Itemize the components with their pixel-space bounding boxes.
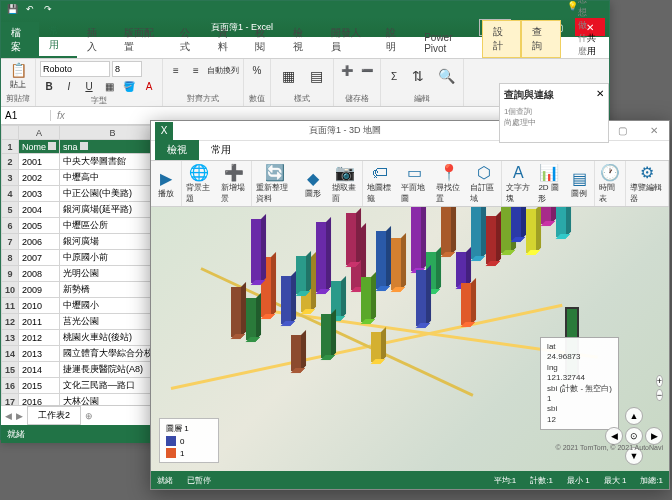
row-header[interactable]: 12 — [2, 314, 19, 330]
row-header[interactable]: 5 — [2, 202, 19, 218]
number-format-icon[interactable]: % — [248, 61, 266, 79]
cell[interactable]: 2012 — [19, 330, 60, 346]
wrap-text-button[interactable]: 自動換列 — [207, 61, 239, 79]
add-sheet-icon[interactable]: ⊕ — [85, 411, 93, 421]
fill-color-icon[interactable]: 🪣 — [120, 77, 138, 95]
cell[interactable]: 2006 — [19, 234, 60, 250]
maximize-icon[interactable]: ▢ — [607, 122, 637, 140]
row-header[interactable]: 6 — [2, 218, 19, 234]
find-button[interactable]: 🔍 — [433, 61, 459, 91]
table-header-cell[interactable]: Nome — [19, 140, 60, 154]
2d-chart-button[interactable]: 📊2D 圖形 — [534, 161, 564, 206]
add-scene-button[interactable]: ➕新增場景 — [217, 161, 252, 206]
row-header[interactable]: 3 — [2, 170, 19, 186]
align-left-icon[interactable]: ≡ — [167, 61, 185, 79]
find-location-button[interactable]: 📍尋找位置 — [432, 161, 467, 206]
row-header[interactable]: 15 — [2, 362, 19, 378]
underline-icon[interactable]: U — [80, 77, 98, 95]
legend-button[interactable]: ▤圖例 — [564, 167, 594, 201]
tab-dev[interactable]: 開發人員 — [321, 22, 377, 58]
col-header[interactable]: A — [19, 126, 60, 140]
tab-query[interactable]: 查詢 — [521, 20, 561, 58]
theme-button[interactable]: 🌐背景主題 — [182, 161, 217, 206]
row-header[interactable]: 7 — [2, 234, 19, 250]
close-icon[interactable]: ✕ — [639, 122, 669, 140]
zoom-out-button[interactable]: − — [656, 389, 663, 401]
cell[interactable]: 2010 — [19, 298, 60, 314]
map-legend[interactable]: 圖層 1 0 1 — [159, 418, 219, 463]
cond-format-button[interactable]: ▦ — [275, 61, 301, 91]
save-icon[interactable]: 💾 — [5, 2, 19, 16]
fx-icon[interactable]: fx — [51, 110, 71, 121]
custom-region-button[interactable]: ⬡自訂區域 — [466, 161, 501, 206]
text-box-button[interactable]: A文字方塊 — [502, 162, 534, 206]
cell[interactable]: 2013 — [19, 346, 60, 362]
cell[interactable]: 2011 — [19, 314, 60, 330]
table-format-button[interactable]: ▤ — [303, 61, 329, 91]
cell[interactable]: 2003 — [19, 186, 60, 202]
font-name-select[interactable] — [40, 61, 110, 77]
map-labels-button[interactable]: 🏷地圖標籤 — [363, 162, 398, 206]
row-header[interactable]: 17 — [2, 394, 19, 406]
border-icon[interactable]: ▦ — [100, 77, 118, 95]
rotate-left-button[interactable]: ◀ — [605, 427, 623, 445]
3d-map-canvas[interactable]: lat 24.96873 lng 121.32744 sbi (計數 - 無空白… — [151, 207, 669, 471]
shapes-button[interactable]: ◆圖形 — [298, 167, 328, 201]
tab-design[interactable]: 設計 — [482, 20, 522, 58]
map-tab-view[interactable]: 檢視 — [155, 140, 199, 160]
autosum-icon[interactable]: Σ — [385, 67, 403, 85]
cell[interactable]: 2008 — [19, 266, 60, 282]
cell[interactable]: 2007 — [19, 250, 60, 266]
refresh-button[interactable]: 🔄重新整理資料 — [252, 161, 298, 206]
cell[interactable]: 2015 — [19, 378, 60, 394]
flat-map-button[interactable]: ▭平面地圖 — [397, 161, 432, 206]
paste-button[interactable]: 📋貼上 — [5, 61, 31, 91]
row-header[interactable]: 11 — [2, 298, 19, 314]
tab-formulas[interactable]: 公式 — [170, 22, 208, 58]
tab-powerpivot[interactable]: Power Pivot — [414, 28, 481, 58]
row-header[interactable]: 16 — [2, 378, 19, 394]
tab-file[interactable]: 檔案 — [1, 22, 39, 58]
row-header[interactable]: 13 — [2, 330, 19, 346]
bold-icon[interactable]: B — [40, 77, 58, 95]
sort-filter-button[interactable]: ⇅ — [405, 61, 431, 91]
tab-data[interactable]: 資料 — [208, 22, 246, 58]
align-center-icon[interactable]: ≡ — [187, 61, 205, 79]
tilt-up-button[interactable]: ▲ — [625, 407, 643, 425]
tab-view[interactable]: 檢視 — [283, 22, 321, 58]
delete-cells-button[interactable]: ➖ — [358, 61, 376, 79]
rotate-right-button[interactable]: ▶ — [645, 427, 663, 445]
row-header[interactable]: 14 — [2, 346, 19, 362]
play-tour-button[interactable]: ▶播放 — [151, 167, 181, 201]
map-tab-home[interactable]: 常用 — [199, 140, 243, 160]
cell[interactable]: 2001 — [19, 154, 60, 170]
reset-view-button[interactable]: ⊙ — [625, 427, 643, 445]
cell[interactable]: 2014 — [19, 362, 60, 378]
row-header[interactable]: 4 — [2, 186, 19, 202]
insert-cells-button[interactable]: ➕ — [338, 61, 356, 79]
tell-me-search[interactable]: 💡 告訴我您想做什麼 — [561, 0, 587, 58]
cell[interactable]: 2009 — [19, 282, 60, 298]
italic-icon[interactable]: I — [60, 77, 78, 95]
share-button[interactable]: 共用 — [587, 32, 609, 58]
capture-button[interactable]: 📷擷取畫面 — [328, 161, 361, 206]
sheet-nav-prev-icon[interactable]: ◀ — [5, 411, 12, 421]
sheet-tab[interactable]: 工作表2 — [27, 406, 81, 425]
cell[interactable]: 2016 — [19, 394, 60, 406]
row-header[interactable]: 2 — [2, 154, 19, 170]
tab-home[interactable]: 常用 — [39, 20, 77, 58]
cell[interactable]: 2004 — [19, 202, 60, 218]
row-header[interactable]: 1 — [2, 140, 19, 154]
zoom-in-button[interactable]: + — [656, 375, 663, 387]
tab-layout[interactable]: 版面配置 — [114, 22, 170, 58]
tab-help[interactable]: 說明 — [376, 22, 414, 58]
tour-editor-button[interactable]: ⚙導覽編輯器 — [626, 161, 668, 206]
redo-icon[interactable]: ↷ — [41, 2, 55, 16]
tab-insert[interactable]: 插入 — [77, 22, 115, 58]
timeline-button[interactable]: 🕐時間表 — [595, 161, 625, 206]
row-header[interactable]: 10 — [2, 282, 19, 298]
undo-icon[interactable]: ↶ — [23, 2, 37, 16]
cell[interactable]: 2005 — [19, 218, 60, 234]
row-header[interactable]: 8 — [2, 250, 19, 266]
name-box[interactable]: A1 — [1, 110, 51, 121]
